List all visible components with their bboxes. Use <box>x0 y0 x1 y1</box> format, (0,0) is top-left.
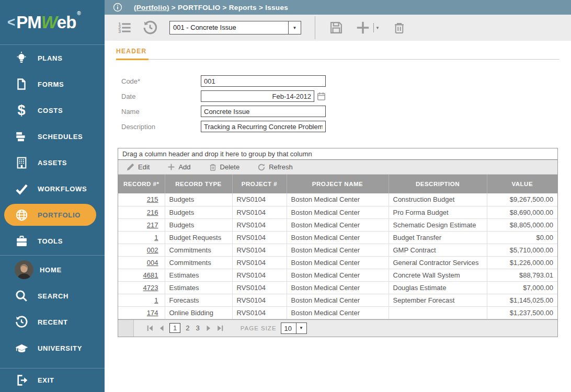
sidebar-item-tools[interactable]: TOOLS <box>0 228 105 254</box>
row-indicator-column <box>118 320 134 337</box>
previous-page-icon[interactable] <box>158 325 165 332</box>
app-logo[interactable]: < PMWeb® <box>0 0 105 45</box>
chevron-down-icon[interactable]: ▼ <box>288 21 301 34</box>
project-name-cell: Boston Medical Center <box>287 294 389 306</box>
save-icon[interactable] <box>329 20 344 35</box>
next-page-icon[interactable] <box>205 325 212 332</box>
tab-header[interactable]: HEADER <box>116 48 149 60</box>
chevron-down-icon[interactable]: ▼ <box>375 26 380 30</box>
record-number-link[interactable]: 1 <box>154 234 158 241</box>
page-number-2[interactable]: 2 <box>186 324 189 332</box>
column-header-value[interactable]: VALUE <box>487 175 557 193</box>
record-number-link[interactable]: 217 <box>147 221 158 229</box>
record-number-link[interactable]: 4723 <box>143 284 158 292</box>
project-name-cell: Boston Medical Center <box>287 306 389 319</box>
record-type-cell: Estimates <box>165 281 232 294</box>
avatar[interactable] <box>15 260 33 279</box>
table-row: 004CommitmentsRVS0104Boston Medical Cent… <box>118 256 557 269</box>
column-header-project-number[interactable]: PROJECT # <box>232 175 287 193</box>
project-number-cell: RVS0104 <box>232 256 287 269</box>
sidebar-item-workflows[interactable]: WORKFLOWS <box>0 176 105 202</box>
sidebar-item-portfolio[interactable]: PORTFOLIO <box>0 202 105 228</box>
chevron-down-icon[interactable]: ▼ <box>296 323 306 333</box>
column-header-description[interactable]: DESCRIPTION <box>389 175 487 193</box>
record-number-link[interactable]: 215 <box>147 195 158 203</box>
collapse-chevron-icon[interactable]: < <box>7 14 15 30</box>
sidebar-item-label: COSTS <box>38 107 63 114</box>
first-page-icon[interactable] <box>146 325 154 332</box>
sidebar-item-assets[interactable]: ASSETS <box>0 149 105 176</box>
record-selector-value: 001 - Concrete Issue <box>170 21 288 34</box>
table-row: 1Budget RequestsRVS0104Boston Medical Ce… <box>118 231 557 244</box>
project-name-cell: Boston Medical Center <box>287 231 389 244</box>
record-number-cell[interactable]: 174 <box>118 306 165 319</box>
sidebar-item-plans[interactable]: PLANS <box>0 45 105 71</box>
sidebar-item-recent[interactable]: RECENT <box>0 309 105 335</box>
record-number-link[interactable]: 004 <box>147 259 158 267</box>
last-page-icon[interactable] <box>216 325 224 332</box>
add-button[interactable]: Add <box>167 163 190 171</box>
table-row: 002CommitmentsRVS0104Boston Medical Cent… <box>118 244 557 256</box>
record-number-cell[interactable]: 4723 <box>118 281 165 294</box>
numbered-list-icon[interactable]: 123 <box>117 20 132 35</box>
sidebar-item-university[interactable]: UNIVERSITY <box>0 335 105 361</box>
sidebar-item-schedules[interactable]: SCHEDULES <box>0 123 105 149</box>
record-number-link[interactable]: 4681 <box>143 271 158 279</box>
value-cell: $8,805,000.00 <box>487 218 557 231</box>
column-header-record-type[interactable]: RECORD TYPE <box>165 175 232 193</box>
info-icon[interactable] <box>113 3 122 12</box>
record-number-cell[interactable]: 002 <box>118 244 165 256</box>
history-icon[interactable] <box>142 20 158 36</box>
name-field[interactable] <box>201 106 326 117</box>
add-record-group[interactable]: ▼ <box>355 20 380 36</box>
records-table: RECORD #* RECORD TYPE PROJECT # PROJECT … <box>118 175 557 319</box>
value-cell: $9,267,500.00 <box>487 193 557 206</box>
column-header-record-number[interactable]: RECORD #* <box>118 175 165 193</box>
project-name-cell: Boston Medical Center <box>287 269 389 281</box>
refresh-button[interactable]: Refresh <box>257 163 293 171</box>
record-number-cell[interactable]: 004 <box>118 256 165 269</box>
page-number-3[interactable]: 3 <box>196 324 199 332</box>
toolbar-divider <box>315 16 315 39</box>
project-number-cell: RVS0104 <box>232 218 287 231</box>
record-number-cell[interactable]: 1 <box>118 231 165 244</box>
breadcrumb-portfolio-link[interactable]: (Portfolio) <box>134 4 169 11</box>
description-cell: Pro Forma Budget <box>389 206 487 218</box>
date-field[interactable] <box>201 90 314 102</box>
record-number-link[interactable]: 002 <box>147 246 158 254</box>
record-number-link[interactable]: 174 <box>147 309 158 317</box>
record-number-cell[interactable]: 1 <box>118 294 165 306</box>
description-field[interactable] <box>201 121 326 132</box>
project-number-cell: RVS0104 <box>232 306 287 319</box>
record-selector[interactable]: 001 - Concrete Issue ▼ <box>169 21 301 34</box>
sidebar-item-costs[interactable]: $ COSTS <box>0 97 105 123</box>
breadcrumb: (Portfolio) > PORTFOLIO > Reports > Issu… <box>134 4 288 11</box>
record-number-link[interactable]: 216 <box>147 209 158 216</box>
sidebar-item-search[interactable]: SEARCH <box>0 283 105 309</box>
svg-text:3: 3 <box>118 29 121 34</box>
graduation-cap-icon <box>14 341 29 355</box>
column-header-project-name[interactable]: PROJECT NAME <box>287 175 389 193</box>
record-type-cell: Budgets <box>165 218 232 231</box>
record-number-link[interactable]: 1 <box>154 296 158 304</box>
record-number-cell[interactable]: 216 <box>118 206 165 218</box>
table-row: 216BudgetsRVS0104Boston Medical CenterPr… <box>118 206 557 218</box>
record-number-cell[interactable]: 217 <box>118 218 165 231</box>
delete-button[interactable]: Delete <box>209 163 240 171</box>
page-size-select[interactable]: 10 ▼ <box>281 322 307 334</box>
sidebar-item-label: SEARCH <box>38 292 68 300</box>
record-number-cell[interactable]: 215 <box>118 193 165 206</box>
pencil-icon <box>126 163 135 171</box>
description-cell: Concrete Wall System <box>389 269 487 281</box>
record-number-cell[interactable]: 4681 <box>118 269 165 281</box>
sidebar-item-exit[interactable]: EXIT <box>0 368 105 392</box>
sidebar-item-label: HOME <box>40 266 62 274</box>
sidebar-item-home[interactable]: HOME <box>0 257 105 283</box>
sidebar-item-forms[interactable]: FORMS <box>0 71 105 97</box>
trash-icon[interactable] <box>392 21 406 35</box>
page-number-1[interactable]: 1 <box>169 323 180 333</box>
code-field[interactable] <box>201 75 326 87</box>
edit-button[interactable]: Edit <box>126 163 150 171</box>
group-by-dropzone[interactable]: Drag a column header and drop it here to… <box>118 148 557 160</box>
calendar-icon[interactable] <box>316 91 326 101</box>
